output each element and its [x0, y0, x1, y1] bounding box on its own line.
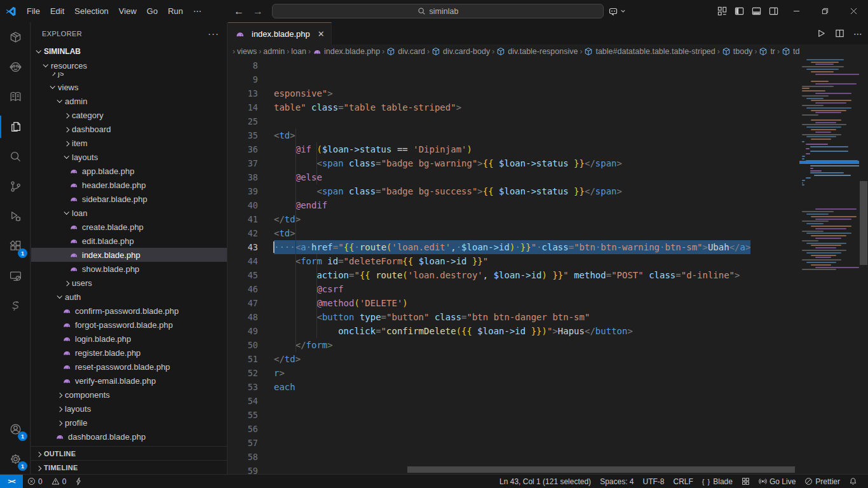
status-bell-icon[interactable] [844, 475, 862, 488]
breadcrumb-item[interactable]: div.table-responsive [496, 47, 578, 56]
status-utf-8[interactable]: UTF-8 [639, 475, 669, 488]
code-line-45[interactable]: 45 action="{{ route('loan.destroy', $loa… [228, 268, 799, 282]
tree-folder-siminlab[interactable]: SIMINLAB [31, 44, 227, 58]
status-blade[interactable]: { }Blade [698, 475, 737, 488]
remote-indicator[interactable]: >< [0, 475, 23, 488]
toggle-secondary-sidebar-icon[interactable] [765, 3, 782, 20]
breadcrumb-item[interactable]: admin [263, 47, 285, 56]
code-line-48[interactable]: 48 <button type="button" class="btn btn-… [228, 310, 799, 324]
breadcrumb-item[interactable]: table#datatable.table.table-striped [584, 47, 715, 56]
tree-folder-users[interactable]: users [31, 276, 227, 290]
code-line-49[interactable]: 49 onclick="confirmDelete({{ $loan->id }… [228, 324, 799, 338]
code-line-51[interactable]: 51</td> [228, 352, 799, 366]
activity-source-control-icon[interactable] [0, 172, 31, 201]
code-line-35[interactable]: 35<td> [228, 128, 799, 142]
activity-remote-preview-icon[interactable] [0, 261, 31, 291]
toggle-sidebar-icon[interactable] [731, 3, 748, 20]
code-line-13[interactable]: 13esponsive"> [228, 86, 799, 100]
breadcrumb-item[interactable]: index.blade.php [313, 47, 380, 56]
activity-account-icon[interactable]: 1 [0, 414, 31, 444]
breadcrumb-item[interactable]: td [782, 47, 799, 56]
tree-folder-views[interactable]: views [31, 80, 227, 94]
tab-close-icon[interactable]: ✕ [318, 29, 325, 39]
code-line-39[interactable]: 39 <span class="badge bg-success">{{ $lo… [228, 184, 799, 198]
tree-file-verify-email-blade-php[interactable]: verify-email.blade.php [31, 374, 227, 388]
tree-file-app-blade-php[interactable]: app.blade.php [31, 164, 227, 178]
tree-file-edit-blade-php[interactable]: edit.blade.php [31, 234, 227, 248]
tree-file-dashboard-blade-php[interactable]: dashboard.blade.php [31, 430, 227, 444]
tree-file-confirm-password-blade-php[interactable]: confirm-password.blade.php [31, 304, 227, 318]
code-line-50[interactable]: 50 </form> [228, 338, 799, 352]
status-prettier[interactable]: Prettier [800, 475, 844, 488]
toggle-panel-icon[interactable] [748, 3, 765, 20]
vertical-scrollbar[interactable] [859, 58, 868, 474]
breadcrumb-item[interactable]: div.card [386, 47, 425, 56]
activity-explorer-icon[interactable] [0, 112, 31, 142]
status-spaces-4[interactable]: Spaces: 4 [595, 475, 638, 488]
code-line-38[interactable]: 38 @else [228, 170, 799, 184]
activity-monkey-icon[interactable] [0, 52, 31, 82]
menu-view[interactable]: View [114, 4, 142, 18]
menu-file[interactable]: File [22, 4, 45, 18]
tree-folder-components[interactable]: components [31, 388, 227, 402]
vertical-scrollbar-thumb[interactable] [860, 181, 867, 265]
breadcrumb-item[interactable]: loan [291, 47, 306, 56]
code-area[interactable]: 8913esponsive">14table" class="table tab… [228, 58, 799, 474]
tree-folder-layouts[interactable]: layouts [31, 150, 227, 164]
menu-run[interactable]: Run [163, 4, 188, 18]
tree-file-header-blade-php[interactable]: header.blade.php [31, 178, 227, 192]
status-go-live[interactable]: Go Live [754, 475, 800, 488]
activity-run-debug-icon[interactable] [0, 201, 31, 231]
code-line-25[interactable]: 25 [228, 114, 799, 128]
forward-button[interactable]: → [253, 6, 263, 17]
code-line-44[interactable]: 44 <form id="deleteForm{{ $loan->id }}" [228, 254, 799, 268]
tree-folder-js[interactable]: js [31, 72, 227, 80]
menu-selection[interactable]: Selection [69, 4, 113, 18]
copilot-button[interactable] [608, 3, 626, 19]
more-actions-icon[interactable]: ⋯ [853, 29, 863, 39]
code-line-55[interactable]: 55 [228, 408, 799, 422]
code-line-58[interactable]: 58 [228, 450, 799, 464]
code-line-54[interactable]: 54 [228, 394, 799, 408]
activity-book-icon[interactable] [0, 82, 31, 112]
minimap[interactable] [799, 58, 859, 474]
panel-outline[interactable]: OUTLINE [31, 446, 227, 460]
tree-file-sidebar-blade-php[interactable]: sidebar.blade.php [31, 192, 227, 206]
code-line-47[interactable]: 47 @method('DELETE') [228, 296, 799, 310]
tree-folder-loan[interactable]: loan [31, 206, 227, 220]
horizontal-scrollbar[interactable] [228, 466, 799, 473]
tree-file-login-blade-php[interactable]: login.blade.php [31, 332, 227, 346]
close-icon[interactable] [839, 0, 868, 22]
tree-file-register-blade-php[interactable]: register.blade.php [31, 346, 227, 360]
code-line-37[interactable]: 37 <span class="badge bg-warning">{{ $lo… [228, 156, 799, 170]
back-button[interactable]: ← [234, 6, 244, 17]
tree-folder-category[interactable]: category [31, 108, 227, 122]
panel-timeline[interactable]: TIMELINE [31, 460, 227, 474]
tree-file-forgot-password-blade-php[interactable]: forgot-password.blade.php [31, 318, 227, 332]
tree-folder-auth[interactable]: auth [31, 290, 227, 304]
restore-icon[interactable] [811, 0, 839, 22]
minimize-icon[interactable] [782, 0, 811, 22]
tree-file-reset-password-blade-php[interactable]: reset-password.blade.php [31, 360, 227, 374]
code-line-40[interactable]: 40 @endif [228, 198, 799, 212]
activity-extensions-icon[interactable]: 1 [0, 231, 31, 261]
code-line-57[interactable]: 57 [228, 436, 799, 450]
tree-folder-admin[interactable]: admin [31, 94, 227, 108]
code-line-9[interactable]: 9 [228, 72, 799, 86]
code-line-14[interactable]: 14table" class="table table-striped"> [228, 100, 799, 114]
breadcrumb-item[interactable]: tbody [722, 47, 753, 56]
breadcrumb-item[interactable]: div.card-body [431, 47, 490, 56]
activity-settings-gear-icon[interactable]: 1 [0, 444, 31, 474]
status-ln-43-col-1-121-selected-[interactable]: Ln 43, Col 1 (121 selected) [495, 475, 595, 488]
split-editor-icon[interactable] [835, 29, 844, 38]
code-line-41[interactable]: 41</td> [228, 212, 799, 226]
activity-search-icon[interactable] [0, 142, 31, 172]
code-line-53[interactable]: 53each [228, 380, 799, 394]
menu-go[interactable]: Go [142, 4, 163, 18]
breadcrumb-item[interactable]: tr [759, 47, 775, 56]
status-crlf[interactable]: CRLF [669, 475, 698, 488]
activity-package-icon[interactable] [0, 22, 31, 52]
tree-folder-resources[interactable]: resources [31, 58, 227, 72]
activity-dollar-icon[interactable] [0, 291, 31, 321]
tree-file-show-blade-php[interactable]: show.blade.php [31, 262, 227, 276]
